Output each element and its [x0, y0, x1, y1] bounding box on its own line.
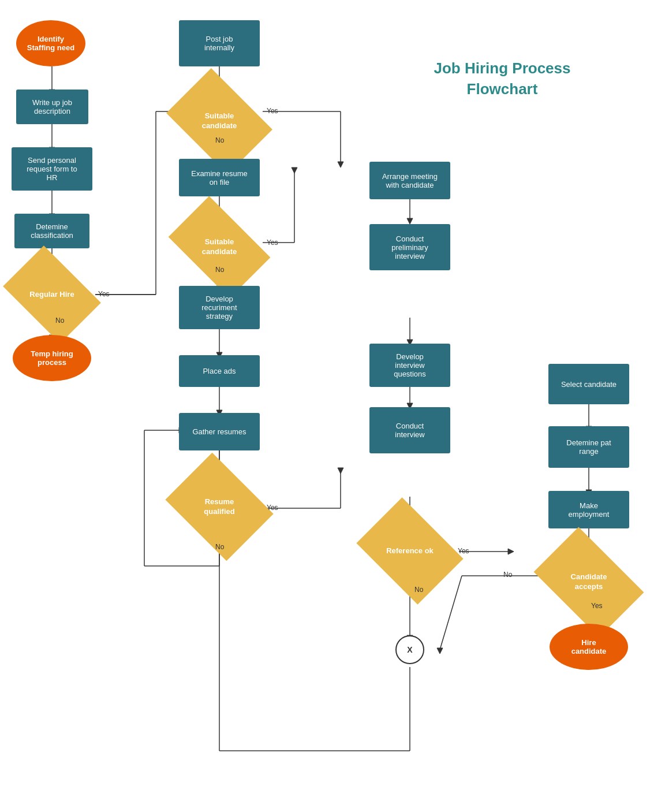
connector-x: X — [395, 635, 424, 664]
regular-hire-yes-label: Yes — [98, 290, 110, 298]
svg-marker-33 — [338, 468, 343, 474]
send-personal: Send personalrequest form toHR — [12, 147, 92, 191]
suitable1-yes-label: Yes — [267, 107, 278, 115]
write-job-desc: Write up jobdescription — [16, 90, 88, 124]
resume-qualified-no-label: No — [215, 543, 224, 551]
examine-resume: Examine resumeon file — [179, 159, 260, 196]
reference-ok-yes-label: Yes — [458, 547, 469, 555]
make-employment: Makeemployment — [548, 491, 629, 528]
conduct-interview: Conductinterview — [369, 407, 450, 453]
post-job: Post jobinternally — [179, 20, 260, 66]
suitable2-yes-label: Yes — [267, 239, 278, 247]
identify-staffing: IdentifyStaffing need — [16, 20, 85, 66]
hire-candidate: Hirecandidate — [550, 624, 628, 670]
svg-marker-40 — [407, 218, 413, 224]
reference-ok-diamond: Reference ok — [367, 519, 453, 583]
svg-marker-17 — [338, 162, 343, 167]
regular-hire-no-label: No — [55, 316, 64, 325]
select-candidate: Select candidate — [548, 364, 629, 404]
regular-hire-diamond: Regular Hire — [12, 266, 92, 323]
chart-title: Job Hiring ProcessFlowchart — [416, 58, 589, 100]
resume-qualified-diamond: Resumequalified — [176, 474, 263, 540]
svg-marker-61 — [437, 648, 443, 654]
candidate-accepts-no-label: No — [503, 571, 512, 579]
svg-marker-22 — [292, 167, 297, 173]
suitable2-no-label: No — [215, 266, 224, 274]
candidate-accepts-yes-label: Yes — [591, 602, 603, 610]
suitable1-no-label: No — [215, 136, 224, 144]
conduct-prelim: Conductpreliminaryinterview — [369, 224, 450, 270]
temp-hiring: Temp hiringprocess — [13, 335, 91, 381]
develop-interview-q: Developinterviewquestions — [369, 344, 450, 387]
determine-pay: Detemine patrange — [548, 426, 629, 468]
arrange-meeting: Arrange meetingwith candidate — [369, 162, 450, 199]
arrows-svg — [0, 0, 665, 812]
place-ads: Place ads — [179, 355, 260, 387]
reference-ok-no-label: No — [414, 586, 423, 594]
develop-rec: Developrecurimentstrategy — [179, 286, 260, 329]
svg-line-60 — [440, 576, 462, 650]
svg-marker-48 — [508, 549, 514, 554]
candidate-accepts-diamond: Candidateaccepts — [543, 550, 635, 614]
resume-qualified-yes-label: Yes — [267, 504, 278, 512]
flowchart: Job Hiring ProcessFlowchart — [0, 0, 665, 812]
determine-class: Detemineclassification — [14, 214, 89, 248]
gather-resumes: Gather resumes — [179, 413, 260, 450]
